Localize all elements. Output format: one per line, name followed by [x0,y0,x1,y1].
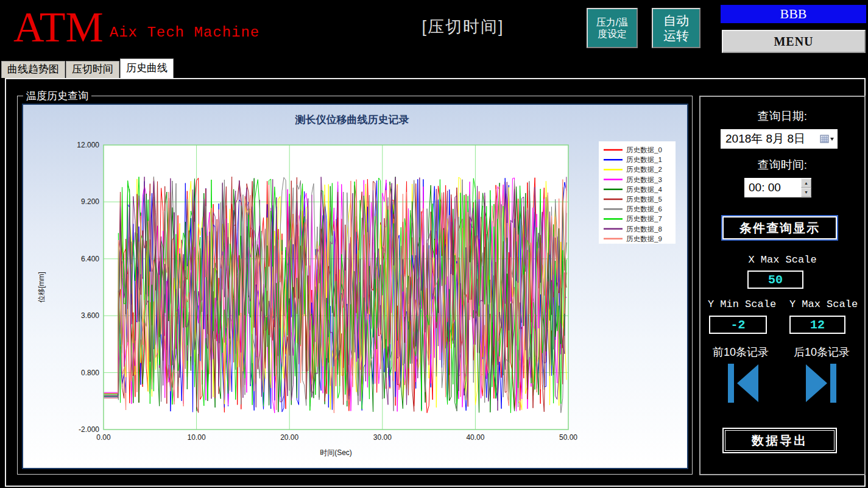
x-tick-label: 10.00 [188,433,206,442]
auto-run-line1: 自动 [663,13,689,28]
date-value: 2018年 8月 8日 [725,131,805,147]
y-tick-label: 0.800 [81,369,99,377]
calendar-dropdown-icon[interactable] [820,135,834,144]
skip-to-last-icon[interactable] [802,364,838,405]
tab-history-curve[interactable]: 历史曲线 [120,58,174,78]
pressure-temp-setting-button[interactable]: 压力/温 度设定 [587,8,638,48]
page-title: [压切时间] [341,16,585,38]
spinner-up-icon[interactable]: ▲ [801,179,811,188]
auto-run-line2: 运转 [663,28,689,43]
y-axis-title: 位移[mm] [37,272,46,303]
chart-title: 测长仪位移曲线历史记录 [295,114,409,126]
legend-label: 历史数据_9 [626,235,662,242]
legend-label: 历史数据_4 [626,186,662,193]
legend-label: 历史数据_6 [626,205,662,213]
time-value: 00: 00 [749,181,781,194]
prev-10-records-label: 前10条记录 [702,345,780,359]
next-10-records-label: 后10条记录 [781,345,863,359]
y-max-scale-label: Y Max Scale [783,299,864,310]
auto-run-button[interactable]: 自动 运转 [652,8,700,48]
history-chart-container: 12.0009.2006.4003.6000.800-2.0000.0010.0… [22,104,688,469]
x-max-scale-field[interactable]: 50 [747,271,803,289]
y-tick-label: 12.000 [77,141,99,149]
legend-label: 历史数据_1 [626,156,662,163]
y-min-scale-label: Y Min Scale [702,299,782,310]
data-export-button[interactable]: 数据导出 [722,428,837,453]
y-min-scale-field[interactable]: -2 [709,316,767,334]
x-max-scale-label: X Max Scale [700,254,864,266]
tab-press-cut-time[interactable]: 压切时间 [66,61,119,78]
legend-label: 历史数据_7 [626,215,662,222]
temperature-history-groupbox: 温度历史查询 12.0009.2006.4003.6000.800-2.0000… [17,96,693,475]
y-max-scale-field[interactable]: 12 [789,316,845,334]
y-tick-label: -2.000 [79,425,99,434]
spinner-down-icon[interactable]: ▼ [801,188,811,197]
query-date-label: 查询日期: [700,108,864,124]
conditional-query-button[interactable]: 条件查询显示 [722,216,837,239]
main-panel: 温度历史查询 12.0009.2006.4003.6000.800-2.0000… [5,78,866,487]
y-tick-label: 3.600 [81,311,99,320]
x-tick-label: 0.00 [96,433,111,442]
date-picker-field[interactable]: 2018年 8月 8日 [721,129,838,149]
x-tick-label: 40.00 [466,433,484,442]
time-spinner: ▲ ▼ [801,179,811,197]
history-chart: 12.0009.2006.4003.6000.800-2.0000.0010.0… [23,105,687,468]
status-banner: BBB [721,5,866,23]
x-axis-title: 时间(Sec) [320,448,352,457]
pressure-temp-line1: 压力/温 [596,16,628,28]
legend-label: 历史数据_0 [626,146,662,154]
y-tick-label: 9.200 [81,197,99,206]
legend-label: 历史数据_3 [626,176,662,183]
tab-strip: 曲线趋势图 压切时间 历史曲线 [1,59,174,78]
x-tick-label: 50.00 [559,433,577,442]
groupbox-label: 温度历史查询 [23,89,91,103]
pressure-temp-line2: 度设定 [598,28,627,40]
legend-label: 历史数据_8 [626,225,662,233]
legend-label: 历史数据_2 [626,166,662,173]
query-time-label: 查询时间: [700,157,864,173]
logo-text: ATM [13,1,104,54]
tab-curve-trend[interactable]: 曲线趋势图 [1,61,65,78]
logo-subtitle: Aix Tech Machine [110,24,259,41]
skip-to-first-icon[interactable] [727,364,762,405]
x-tick-label: 20.00 [280,433,298,442]
query-side-panel: 查询日期: 2018年 8月 8日 查询时间: 00: 00 ▲ ▼ 条件查询显… [699,96,866,475]
y-tick-label: 6.400 [81,255,99,263]
menu-button[interactable]: MENU [722,30,866,53]
app-logo: ATM Aix Tech Machine [13,1,259,54]
legend-label: 历史数据_5 [626,196,662,203]
x-tick-label: 30.00 [373,433,392,442]
